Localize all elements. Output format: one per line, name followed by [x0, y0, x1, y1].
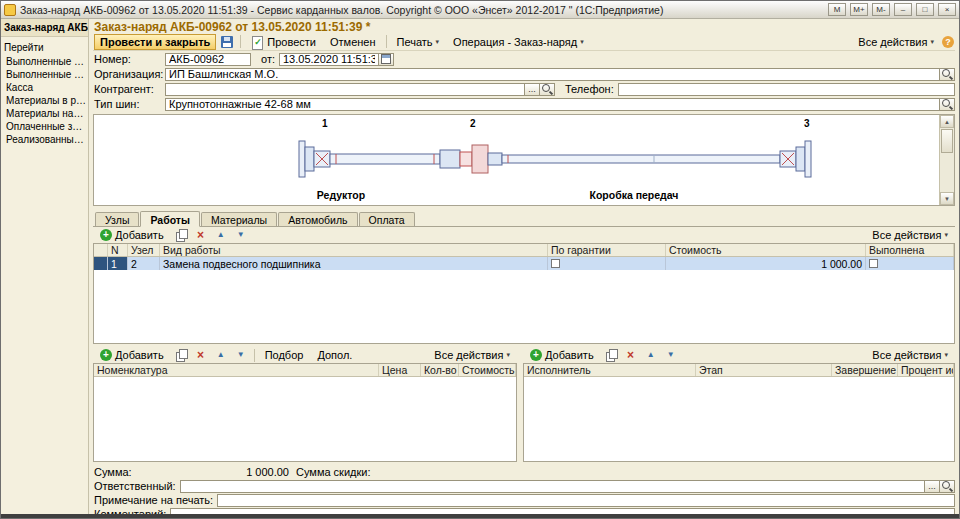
chevron-down-icon: ▾	[506, 351, 510, 359]
scroll-down-button[interactable]: ▼	[940, 192, 954, 205]
scroll-track[interactable]	[940, 154, 954, 192]
phone-input[interactable]	[618, 83, 955, 96]
tire-type-input[interactable]	[165, 98, 940, 111]
discount-label: Сумма скидки:	[295, 466, 375, 478]
works-delete-button[interactable]: ×	[192, 227, 210, 243]
minimize-button[interactable]: –	[894, 3, 912, 16]
close-button[interactable]: ×	[938, 3, 956, 16]
organization-input[interactable]	[165, 68, 940, 81]
save-button[interactable]	[218, 34, 236, 50]
responsible-select-button[interactable]	[940, 480, 955, 493]
cancelled-button[interactable]: Отменен	[324, 34, 382, 50]
materials-all-actions-button[interactable]: Все действия ▾	[428, 347, 516, 363]
executors-col-stage[interactable]: Этап	[696, 364, 832, 376]
sidebar-section-label: Перейти	[1, 37, 88, 55]
materials-col-price[interactable]: Цена	[379, 364, 421, 376]
works-table-body[interactable]: 1 2 Замена подвесного подшипника 1 000.0…	[94, 257, 954, 343]
works-cell-cost[interactable]: 1 000.00	[666, 257, 866, 270]
works-row[interactable]: 1 2 Замена подвесного подшипника 1 000.0…	[94, 257, 954, 270]
works-move-down-button[interactable]: ▼	[232, 227, 250, 243]
contractor-input[interactable]	[165, 83, 525, 96]
help-icon[interactable]: ?	[942, 36, 954, 48]
works-col-warranty[interactable]: По гарантии	[548, 244, 666, 256]
executors-delete-button[interactable]: ×	[622, 347, 640, 363]
works-cell-n[interactable]: 1	[108, 257, 128, 270]
scroll-thumb[interactable]	[941, 129, 953, 153]
all-actions-button[interactable]: Все действия ▾	[852, 34, 940, 50]
post-and-close-button[interactable]: Провести и закрыть	[94, 34, 216, 50]
scroll-up-button[interactable]: ▲	[940, 115, 954, 128]
sidebar-item-reserved-materials[interactable]: Материалы в резерве	[1, 94, 88, 107]
maximize-button[interactable]: □	[916, 3, 934, 16]
done-checkbox[interactable]	[869, 259, 878, 268]
executors-col-percent[interactable]: Процент исполнения	[898, 364, 954, 376]
contractor-select-button[interactable]	[540, 83, 555, 96]
contractor-ellipsis-button[interactable]: ...	[525, 83, 540, 96]
materials-copy-button[interactable]	[172, 347, 190, 363]
materials-col-nomenclature[interactable]: Номенклатура	[94, 364, 379, 376]
post-button[interactable]: ✓ Провести	[245, 34, 322, 50]
post-document-icon: ✓	[251, 36, 264, 48]
executors-col-finish[interactable]: Завершение	[832, 364, 898, 376]
form-toolbar: Провести и закрыть ✓ Провести Отменен Пе…	[93, 33, 955, 51]
materials-col-qty[interactable]: Кол-во	[421, 364, 459, 376]
sidebar-item-stock-materials[interactable]: Материалы на складе	[1, 107, 88, 120]
organization-select-button[interactable]	[940, 68, 955, 81]
magnifier-icon	[941, 480, 954, 493]
works-copy-button[interactable]	[172, 227, 190, 243]
materials-delete-button[interactable]: ×	[192, 347, 210, 363]
print-menu-button[interactable]: Печать ▾	[391, 34, 446, 50]
sidebar-item-cash[interactable]: Касса	[1, 81, 88, 94]
executors-copy-button[interactable]	[602, 347, 620, 363]
works-col-node[interactable]: Узел	[128, 244, 160, 256]
executors-table-body[interactable]	[524, 377, 954, 461]
works-cell-worktype[interactable]: Замена подвесного подшипника	[160, 257, 548, 270]
executors-col-executor[interactable]: Исполнитель	[524, 364, 696, 376]
works-add-button[interactable]: + Добавить	[94, 227, 170, 243]
executors-move-down-button[interactable]: ▼	[662, 347, 680, 363]
works-col-cost[interactable]: Стоимость	[666, 244, 866, 256]
sidebar-item-paid-orders[interactable]: Оплаченные заказ-наряды	[1, 120, 88, 133]
executors-move-up-button[interactable]: ▲	[642, 347, 660, 363]
executors-add-button[interactable]: + Добавить	[524, 347, 600, 363]
scale-button[interactable]: M	[828, 3, 846, 16]
print-note-input[interactable]	[217, 494, 955, 507]
materials-move-up-button[interactable]: ▲	[212, 347, 230, 363]
executors-all-actions-button[interactable]: Все действия ▾	[866, 347, 954, 363]
number-input[interactable]	[165, 53, 251, 66]
materials-pick-button[interactable]: Подбор	[259, 347, 310, 363]
warranty-checkbox[interactable]	[551, 259, 560, 268]
works-move-up-button[interactable]: ▲	[212, 227, 230, 243]
all-actions-label: Все действия	[858, 36, 927, 48]
materials-table-body[interactable]	[94, 377, 516, 461]
sidebar-item-sold-materials[interactable]: Реализованные материалы	[1, 133, 88, 146]
works-cell-node[interactable]: 2	[128, 257, 160, 270]
tab-vehicle[interactable]: Автомобиль	[278, 212, 357, 226]
materials-add-button[interactable]: + Добавить	[94, 347, 170, 363]
comment-row: Комментарий:	[93, 507, 955, 514]
materials-extra-button[interactable]: Допол.	[311, 347, 358, 363]
responsible-ellipsis-button[interactable]: ...	[925, 480, 940, 493]
materials-col-cost[interactable]: Стоимость	[459, 364, 516, 376]
sidebar-item-completed-works[interactable]: Выполненные работы	[1, 55, 88, 68]
works-cell-done[interactable]	[866, 257, 954, 270]
works-cell-warranty[interactable]	[548, 257, 666, 270]
date-input[interactable]	[279, 53, 379, 66]
picture-canvas[interactable]: 1 2 3	[94, 115, 939, 205]
tire-type-select-button[interactable]	[940, 98, 955, 111]
tab-materials[interactable]: Материалы	[201, 212, 277, 226]
works-all-actions-button[interactable]: Все действия ▾	[866, 227, 954, 243]
date-picker-button[interactable]	[379, 53, 394, 66]
responsible-input[interactable]	[180, 480, 925, 493]
materials-move-down-button[interactable]: ▼	[232, 347, 250, 363]
works-col-worktype[interactable]: Вид работы	[160, 244, 548, 256]
tab-works[interactable]: Работы	[140, 211, 199, 227]
scale-minus-button[interactable]: M-	[872, 3, 890, 16]
scale-plus-button[interactable]: M+	[850, 3, 868, 16]
sidebar-item-employee-works[interactable]: Выполненные сотрудника...	[1, 68, 88, 81]
tab-payment[interactable]: Оплата	[359, 212, 415, 226]
operation-menu-button[interactable]: Операция - Заказ-наряд ▾	[447, 34, 590, 50]
works-col-done[interactable]: Выполнена	[866, 244, 954, 256]
works-col-n[interactable]: N	[108, 244, 128, 256]
tab-nodes[interactable]: Узлы	[95, 212, 139, 226]
